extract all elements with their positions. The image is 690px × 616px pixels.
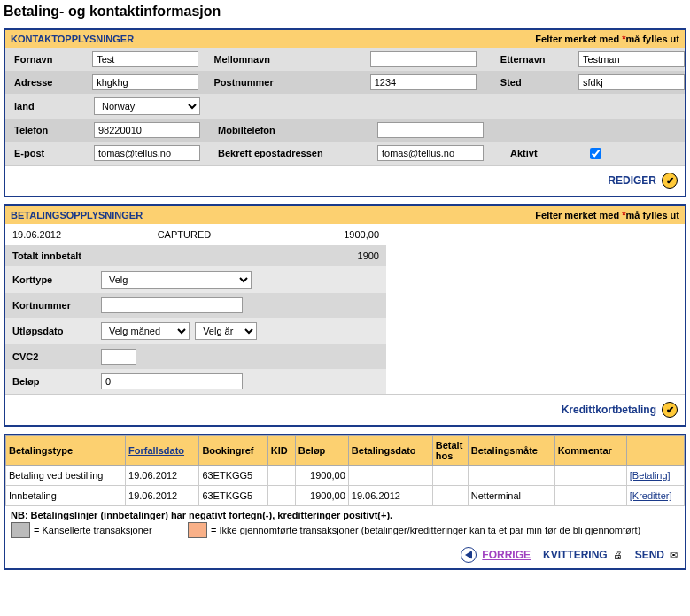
telefon-input[interactable] (94, 122, 200, 138)
rediger-button[interactable]: REDIGER ✔ (608, 173, 678, 189)
adresse-input[interactable] (92, 74, 198, 90)
swatch-orange (188, 522, 207, 538)
th-betalt-hos: Betalt hos (432, 436, 468, 466)
capture-amount: 1900,00 (260, 229, 379, 240)
kortnummer-input[interactable] (101, 297, 243, 313)
payment-title: BETALINGSOPPLYSNINGER (11, 210, 143, 220)
th-kid: KID (267, 436, 295, 466)
belop-label: Beløp (12, 376, 101, 387)
total-value: 1900 (260, 250, 379, 261)
land-label: land (5, 97, 94, 115)
send-button[interactable]: SEND (635, 549, 664, 561)
th-forfallsdato[interactable]: Forfallsdato (126, 436, 199, 466)
page-title: Betaling- og kontaktinformasjon (4, 4, 686, 19)
adresse-label: Adresse (5, 74, 92, 90)
printer-icon: 🖨 (613, 550, 623, 560)
legend-orange: = Ikke gjennomførte transaksjoner (betal… (211, 525, 640, 535)
mobil-input[interactable] (377, 122, 484, 138)
table-row: Innbetaling 19.06.2012 63ETKGG5 -1900,00… (6, 486, 685, 506)
fornavn-label: Fornavn (5, 51, 92, 67)
th-bookingref: Bookingref (199, 436, 267, 466)
bekreft-epost-label: Bekreft epostadressen (209, 145, 377, 161)
kreditter-link[interactable]: [Kreditter] (630, 490, 672, 501)
etternavn-input[interactable] (578, 51, 685, 67)
legend-nb: NB: Betalingslinjer (innbetalinger) har … (11, 510, 679, 520)
epost-input[interactable] (94, 145, 200, 161)
kvittering-button[interactable]: KVITTERING (543, 549, 608, 561)
table-row: Betaling ved bestilling 19.06.2012 63ETK… (6, 466, 685, 486)
postnummer-label: Postnummer (205, 74, 369, 90)
korttype-select[interactable]: Velg (101, 271, 252, 289)
th-belop: Beløp (295, 436, 348, 466)
kredittkortbetaling-button[interactable]: Kredittkortbetaling ✔ (562, 402, 678, 418)
bekreft-epost-input[interactable] (377, 145, 484, 161)
land-select[interactable]: Norway (94, 97, 200, 115)
fornavn-input[interactable] (92, 51, 198, 67)
betaling-link[interactable]: [Betaling] (630, 470, 671, 481)
utlopsdato-label: Utløpsdato (12, 326, 101, 336)
check-icon: ✔ (662, 173, 678, 189)
sted-label: Sted (492, 74, 578, 90)
capture-status: CAPTURED (158, 229, 260, 240)
transactions-table: Betalingstype Forfallsdato Bookingref KI… (5, 435, 685, 506)
epost-label: E-post (5, 145, 94, 161)
telefon-label: Telefon (5, 122, 94, 138)
postnummer-input[interactable] (370, 74, 477, 90)
check-icon: ✔ (662, 402, 678, 418)
required-note: Felter merket med *må fylles ut (535, 34, 679, 44)
belop-input[interactable] (101, 373, 243, 389)
transactions-panel: Betalingstype Forfallsdato Bookingref KI… (4, 434, 686, 570)
contact-panel: KONTAKTOPPLYSNINGER Felter merket med *m… (4, 28, 686, 197)
cvc2-input[interactable] (101, 349, 136, 365)
mellomnavn-label: Mellomnavn (205, 51, 369, 67)
th-action (626, 436, 684, 466)
mobil-label: Mobiltelefon (209, 122, 377, 138)
ar-select[interactable]: Velg år (195, 322, 257, 340)
swatch-grey (11, 522, 30, 538)
aktivt-checkbox[interactable] (590, 148, 601, 159)
legend-grey: = Kansellerte transaksjoner (34, 525, 184, 535)
mellomnavn-input[interactable] (370, 51, 477, 67)
th-betalingstype: Betalingstype (6, 436, 126, 466)
forrige-link[interactable]: FORRIGE (482, 549, 531, 561)
sted-input[interactable] (578, 74, 685, 90)
capture-date: 19.06.2012 (12, 229, 158, 240)
cvc2-label: CVC2 (12, 351, 101, 362)
maned-select[interactable]: Velg måned (101, 322, 190, 340)
total-label: Totalt innbetalt (12, 250, 158, 261)
aktivt-label: Aktivt (501, 145, 590, 161)
mail-icon: ✉ (670, 550, 678, 561)
arrow-left-icon (461, 547, 477, 563)
korttype-label: Korttype (12, 274, 101, 285)
contact-title: KONTAKTOPPLYSNINGER (11, 34, 134, 44)
th-betalingsmate: Betalingsmåte (468, 436, 554, 466)
required-note-2: Felter merket med *må fylles ut (535, 210, 679, 220)
th-betalingsdato: Betalingsdato (348, 436, 432, 466)
payment-panel: BETALINGSOPPLYSNINGER Felter merket med … (4, 204, 686, 427)
kortnummer-label: Kortnummer (12, 300, 101, 311)
th-kommentar: Kommentar (554, 436, 626, 466)
etternavn-label: Etternavn (492, 51, 578, 67)
